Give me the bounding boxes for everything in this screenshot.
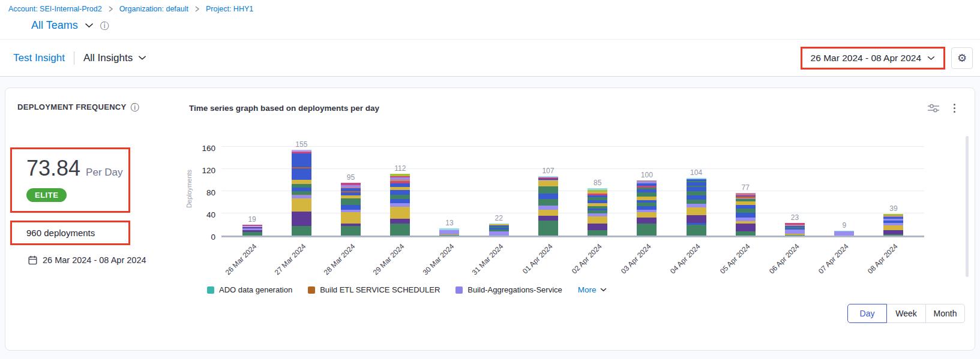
legend-more-link[interactable]: More [578, 285, 607, 294]
filter-sliders-icon[interactable] [928, 104, 939, 113]
legend-item[interactable]: ADO data generation [207, 285, 292, 294]
bar-05 Apr 2024[interactable]: 77 [721, 140, 770, 236]
bar-26 Mar 2024[interactable]: 19 [227, 140, 277, 236]
bar-stack [489, 224, 509, 236]
chevron-down-icon[interactable] [85, 23, 94, 28]
legend-more-label: More [578, 285, 597, 294]
bar-stack [883, 214, 903, 236]
bar-07 Apr 2024[interactable]: 9 [820, 140, 869, 236]
x-axis-label: 02 Apr 2024 [570, 242, 604, 276]
granularity-week-button[interactable]: Week [886, 304, 926, 323]
x-axis-label: 26 Mar 2024 [223, 242, 258, 277]
bar-segment [588, 216, 607, 224]
bar-03 Apr 2024[interactable]: 100 [622, 140, 672, 236]
x-axis-label: 01 Apr 2024 [521, 242, 555, 276]
y-axis: Deployments 04080120160 [183, 140, 221, 237]
bar-04 Apr 2024[interactable]: 104 [672, 140, 721, 236]
bar-segment [292, 180, 311, 184]
x-axis-label-slot: 02 Apr 2024 [573, 237, 622, 283]
bar-stack [687, 178, 706, 236]
bar-segment [588, 230, 607, 236]
x-axis-label-slot: 07 Apr 2024 [820, 237, 869, 283]
bar-stack [390, 174, 410, 236]
chevron-down-icon [600, 288, 607, 292]
chart-legend: ADO data generation Build ETL SERVICE SC… [207, 285, 975, 294]
bar-31 Mar 2024[interactable]: 22 [474, 140, 523, 236]
bar-stack [785, 223, 805, 236]
bar-30 Mar 2024[interactable]: 13 [425, 140, 474, 236]
x-axis-label: 30 Mar 2024 [421, 242, 455, 277]
granularity-month-button[interactable]: Month [925, 304, 965, 323]
settings-button[interactable]: ⚙ [951, 47, 973, 69]
bar-27 Mar 2024[interactable]: 155 [277, 140, 326, 236]
info-icon[interactable]: ⓘ [131, 103, 139, 111]
total-deployments-label: 960 deployments [26, 228, 95, 238]
insight-name-link[interactable]: Test Insight [13, 52, 65, 64]
bar-stack [242, 225, 262, 236]
bar-segment [637, 192, 657, 197]
bar-value-label: 107 [542, 167, 554, 175]
legend-label: Build-Aggregations-Service [467, 285, 562, 294]
chart-actions [928, 102, 957, 114]
x-axis-label-slot: 06 Apr 2024 [770, 237, 819, 283]
x-axis-label: 28 Mar 2024 [322, 242, 357, 277]
bar-02 Apr 2024[interactable]: 85 [573, 140, 622, 236]
bar-segment [390, 207, 410, 219]
chevron-down-icon [927, 56, 935, 61]
team-selector[interactable]: All Teams [31, 19, 78, 32]
widget-title: DEPLOYMENT FREQUENCY [17, 102, 127, 111]
bar-segment [390, 224, 410, 236]
bar-segment [687, 207, 706, 215]
x-axis-label-slot: 26 Mar 2024 [227, 237, 277, 283]
bar-segment [538, 221, 558, 236]
subheader-actions: 26 Mar 2024 - 08 Apr 2024 ⚙ [801, 47, 973, 70]
all-insights-label: All Insights [83, 52, 133, 64]
legend-swatch [308, 286, 315, 294]
x-axis-label: 04 Apr 2024 [669, 242, 702, 276]
breadcrumb-organization-link[interactable]: Organization: default [119, 5, 188, 13]
bar-segment [736, 224, 756, 231]
date-range-label: 26 Mar 2024 - 08 Apr 2024 [811, 53, 921, 64]
chart-title: Time series graph based on deployments p… [189, 104, 379, 113]
bar-segment [538, 180, 558, 186]
bar-28 Mar 2024[interactable]: 95 [326, 140, 375, 236]
bar-value-label: 112 [394, 164, 406, 173]
chart-vertical-scrollbar[interactable] [966, 136, 969, 277]
x-axis-label-slot: 27 Mar 2024 [277, 237, 326, 283]
date-range-selector[interactable]: 26 Mar 2024 - 08 Apr 2024 [801, 47, 945, 70]
x-axis-label: 29 Mar 2024 [371, 242, 406, 277]
y-axis-tick: 40 [206, 210, 215, 220]
kebab-menu-icon[interactable] [952, 102, 957, 114]
x-axis-label: 27 Mar 2024 [273, 242, 308, 277]
bar-29 Mar 2024[interactable]: 112 [376, 140, 425, 236]
breadcrumb-project-link[interactable]: Project: HHY1 [206, 5, 253, 13]
bar-01 Apr 2024[interactable]: 107 [523, 140, 573, 236]
bar-06 Apr 2024[interactable]: 23 [770, 140, 819, 236]
bar-stack [834, 231, 854, 236]
all-insights-dropdown[interactable]: All Insights [83, 52, 146, 64]
legend-item[interactable]: Build-Aggregations-Service [455, 285, 562, 294]
breadcrumb-account-link[interactable]: Account: SEI-Internal-Prod2 [8, 5, 102, 13]
widget-title-row: DEPLOYMENT FREQUENCY ⓘ [17, 102, 183, 111]
annotation-box-total: 960 deployments [10, 221, 130, 245]
performance-badge: ELITE [26, 188, 67, 202]
bar-segment [439, 230, 459, 234]
bar-segment [736, 209, 756, 213]
x-axis-label: 06 Apr 2024 [768, 242, 801, 276]
bars: 19155951121322107851001047723939 [221, 140, 924, 236]
bar-segment [687, 215, 706, 223]
granularity-day-button[interactable]: Day [847, 304, 887, 323]
x-axis-label-slot: 01 Apr 2024 [523, 237, 573, 283]
top-header: Account: SEI-Internal-Prod2 Organization… [0, 0, 980, 40]
bar-segment [637, 212, 657, 218]
bar-segment [341, 226, 361, 236]
x-axis-label: 03 Apr 2024 [619, 242, 653, 276]
bar-segment [538, 194, 558, 199]
bar-segment [538, 186, 558, 194]
info-icon[interactable]: ⓘ [100, 21, 109, 30]
bar-08 Apr 2024[interactable]: 39 [869, 140, 918, 236]
legend-item[interactable]: Build ETL SERVICE SCHEDULER [308, 285, 440, 294]
metric-row: 73.84 Per Day [26, 156, 128, 180]
bar-segment [588, 224, 607, 230]
bar-stack [439, 228, 459, 236]
